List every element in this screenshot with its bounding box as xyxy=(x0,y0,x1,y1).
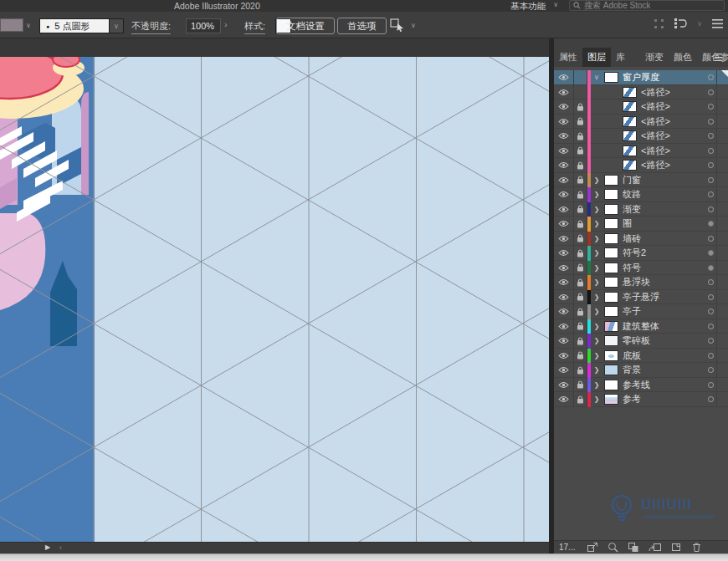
layer-thumbnail[interactable] xyxy=(604,204,618,215)
target-circle[interactable] xyxy=(708,104,714,110)
lock-toggle[interactable] xyxy=(574,334,587,349)
layer-name[interactable]: <路径> xyxy=(641,159,670,171)
expand-chevron[interactable]: ❯ xyxy=(591,176,602,184)
chevron-down-icon[interactable]: ∨ xyxy=(26,22,31,29)
layer-name[interactable]: 参考线 xyxy=(623,379,650,391)
layer-row[interactable]: ❯ 背景 xyxy=(554,363,728,378)
target-circle[interactable] xyxy=(708,324,714,329)
layer-name[interactable]: 悬浮块 xyxy=(623,276,650,288)
layer-name[interactable]: 圈 xyxy=(623,217,632,230)
target-circle[interactable] xyxy=(708,382,714,388)
layer-row[interactable]: ❯ 渐变 xyxy=(554,202,728,217)
document-layout-icon[interactable] xyxy=(674,18,687,28)
layer-thumbnail[interactable] xyxy=(604,380,618,390)
layer-thumbnail[interactable] xyxy=(623,101,637,112)
fill-color-swatch[interactable] xyxy=(0,18,23,32)
target-circle[interactable] xyxy=(708,265,714,271)
layer-name[interactable]: 符号 xyxy=(623,262,641,274)
layer-row[interactable]: <路径> xyxy=(554,144,728,159)
layer-row[interactable]: ❯ 符号 xyxy=(554,261,728,276)
layer-row[interactable]: ❯ 符号2 xyxy=(554,246,728,261)
layer-row[interactable]: ❯ 纹路 xyxy=(554,187,728,202)
horizontal-scrollbar[interactable]: ▶ ‹ xyxy=(0,542,549,553)
lock-toggle[interactable] xyxy=(574,275,587,290)
layer-thumbnail[interactable] xyxy=(604,277,618,288)
layer-thumbnail[interactable] xyxy=(623,87,637,98)
tab-libraries[interactable]: 库 xyxy=(611,48,630,67)
brush-select-chevron[interactable]: ∨ xyxy=(110,18,124,33)
layer-thumbnail[interactable] xyxy=(604,394,618,405)
chevron-down-icon[interactable]: ∨ xyxy=(697,20,702,28)
tab-color[interactable]: 颜色 xyxy=(669,48,697,67)
expand-chevron[interactable]: ❯ xyxy=(591,191,602,198)
target-circle[interactable] xyxy=(708,89,714,95)
expand-chevron[interactable]: ❯ xyxy=(591,249,602,257)
lock-toggle[interactable] xyxy=(574,349,587,364)
visibility-toggle[interactable] xyxy=(554,85,574,100)
opacity-stepper-chevron[interactable]: › xyxy=(224,19,228,29)
opacity-input[interactable]: 100% xyxy=(186,18,221,33)
layer-name[interactable]: 亭子悬浮 xyxy=(623,291,659,303)
visibility-toggle[interactable] xyxy=(554,158,574,173)
layer-thumbnail[interactable] xyxy=(604,72,618,83)
preferences-button[interactable]: 首选项 xyxy=(337,18,387,34)
lock-toggle[interactable] xyxy=(574,363,587,378)
lock-toggle[interactable] xyxy=(574,144,587,159)
layer-row[interactable]: ❯ 圈 xyxy=(554,217,728,232)
layer-thumbnail[interactable] xyxy=(604,189,618,200)
layer-name[interactable]: 背景 xyxy=(623,364,641,376)
expand-chevron[interactable]: ❯ xyxy=(591,278,602,286)
style-label[interactable]: 样式: xyxy=(244,20,265,34)
visibility-toggle[interactable] xyxy=(554,392,574,407)
layer-thumbnail[interactable] xyxy=(604,247,618,258)
visibility-toggle[interactable] xyxy=(554,334,574,349)
layer-name[interactable]: 亭子 xyxy=(623,305,641,318)
layer-row[interactable]: ❯ 门窗 xyxy=(554,173,728,188)
target-circle[interactable] xyxy=(708,133,714,139)
arrange-documents-icon[interactable] xyxy=(654,19,664,28)
layer-thumbnail[interactable] xyxy=(604,335,618,346)
layer-name[interactable]: <路径> xyxy=(641,130,670,142)
target-circle[interactable] xyxy=(708,294,714,300)
expand-chevron[interactable]: ❯ xyxy=(591,235,602,242)
document-setup-button[interactable]: 文档设置 xyxy=(276,18,335,34)
locate-object-icon[interactable] xyxy=(608,542,618,553)
lock-toggle[interactable] xyxy=(574,202,587,217)
visibility-toggle[interactable] xyxy=(554,173,574,188)
visibility-toggle[interactable] xyxy=(554,187,574,202)
artboard-canvas[interactable] xyxy=(0,57,549,542)
target-circle[interactable] xyxy=(708,177,714,183)
visibility-toggle[interactable] xyxy=(554,319,574,334)
layer-row[interactable]: <路径> xyxy=(554,99,728,115)
collect-for-export-icon[interactable] xyxy=(587,542,598,553)
lock-toggle[interactable] xyxy=(574,99,587,115)
layer-row[interactable]: ❯ 建筑整体 xyxy=(554,319,728,334)
visibility-toggle[interactable] xyxy=(554,349,574,364)
selection-tool-options-icon[interactable] xyxy=(390,18,407,32)
layer-row[interactable]: ❯ 亭子 xyxy=(554,304,728,319)
layer-row[interactable]: <路径> xyxy=(554,158,728,173)
layer-name[interactable]: 窗户厚度 xyxy=(623,71,659,84)
visibility-toggle[interactable] xyxy=(554,217,574,232)
expand-chevron[interactable]: ❯ xyxy=(591,381,602,389)
expand-chevron[interactable]: ∨ xyxy=(591,74,602,81)
layer-name[interactable]: 零碎板 xyxy=(623,334,650,347)
visibility-toggle[interactable] xyxy=(554,70,574,85)
layer-row[interactable]: ❯ 参考线 xyxy=(554,378,728,393)
visibility-toggle[interactable] xyxy=(554,99,574,115)
visibility-toggle[interactable] xyxy=(554,246,574,261)
workspace-switcher[interactable]: 基本功能 xyxy=(510,1,546,13)
layer-thumbnail[interactable] xyxy=(623,145,637,156)
lock-toggle[interactable] xyxy=(574,304,587,319)
expand-chevron[interactable]: ❯ xyxy=(591,220,602,227)
lock-toggle[interactable] xyxy=(574,115,587,130)
layer-row[interactable]: <路径> xyxy=(554,115,728,130)
layer-row[interactable]: ❯ 墙砖 xyxy=(554,232,728,247)
lock-toggle[interactable] xyxy=(574,290,587,305)
layer-name[interactable]: 门窗 xyxy=(623,174,641,186)
layer-name[interactable]: 渐变 xyxy=(623,203,641,216)
target-circle[interactable] xyxy=(708,221,714,227)
layer-name[interactable]: <路径> xyxy=(641,86,670,99)
layer-thumbnail[interactable] xyxy=(604,292,618,303)
stock-search-field[interactable]: 搜索 Adobe Stock xyxy=(569,0,725,11)
